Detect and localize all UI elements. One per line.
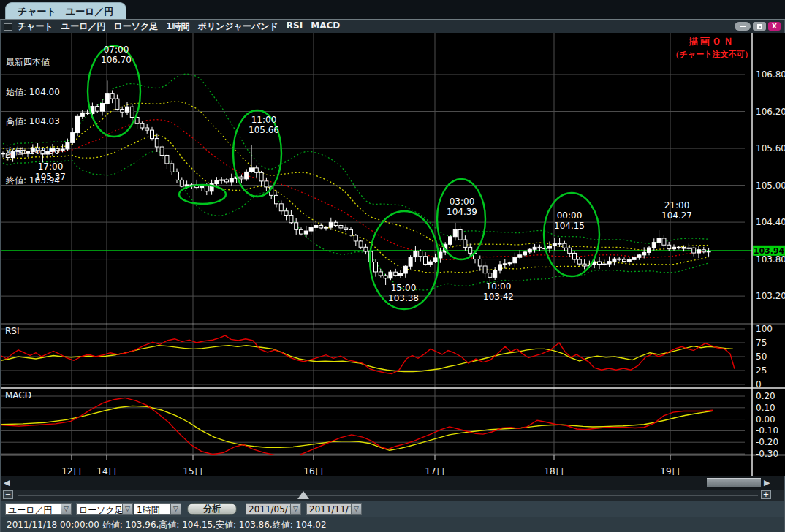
quote-high: 高値: 104.03	[6, 117, 60, 127]
chevron-down-icon[interactable]: ▽	[123, 503, 133, 515]
svg-text:103.38: 103.38	[388, 293, 419, 303]
svg-text:105.60: 105.60	[756, 143, 785, 153]
timeframe-dropdown[interactable]: 1時間 ▽	[134, 503, 181, 515]
pair-dropdown[interactable]: ユーロ／円 ▽	[5, 503, 72, 515]
svg-text:0.20: 0.20	[756, 391, 775, 401]
menu-item-1[interactable]: ユーロ／円	[61, 20, 106, 33]
minimize-icon	[740, 26, 746, 27]
svg-text:18日: 18日	[544, 466, 564, 476]
titlebar-menu: チャートユーロ／円ローソク足1時間ボリンジャーバンドRSIMACD	[18, 20, 340, 33]
svg-text:21:00: 21:00	[664, 200, 690, 210]
svg-text:106.80: 106.80	[756, 69, 785, 80]
svg-text:105.00: 105.00	[756, 180, 785, 191]
scroll-right-icon[interactable]: ▶	[764, 478, 770, 487]
minimize-button[interactable]	[735, 22, 751, 31]
date-from-dropdown[interactable]: 2011/05/19 ▽	[246, 503, 301, 515]
maximize-button[interactable]	[753, 22, 766, 31]
timeframe-value: 1時間	[134, 503, 171, 515]
svg-text:-0.10: -0.10	[756, 425, 778, 436]
svg-text:104.15: 104.15	[554, 221, 585, 231]
svg-text:14日: 14日	[96, 466, 116, 476]
chevron-down-icon[interactable]: ▽	[171, 503, 181, 515]
titlebar: チャートユーロ／円ローソク足1時間ボリンジャーバンドRSIMACD X	[1, 20, 784, 33]
draw-on-note: （チャート注文不可）	[656, 49, 767, 60]
chart-canvas[interactable]: 07:00106.7011:00105.6617:00105.3703:0010…	[1, 33, 785, 476]
svg-text:104.39: 104.39	[447, 207, 477, 217]
svg-text:106.70: 106.70	[101, 55, 132, 65]
svg-text:15:00: 15:00	[391, 283, 417, 293]
menu-item-3[interactable]: 1時間	[166, 20, 189, 33]
svg-text:10:00: 10:00	[486, 281, 512, 292]
svg-text:0: 0	[756, 379, 762, 390]
svg-text:104.27: 104.27	[661, 210, 692, 221]
zoom-slider-track[interactable]	[18, 495, 758, 496]
chevron-down-icon[interactable]: ▽	[291, 503, 301, 515]
svg-text:-0.30: -0.30	[756, 449, 778, 459]
window-tab-label: チャート ユーロ／円	[18, 6, 114, 17]
svg-text:103.94: 103.94	[754, 246, 785, 256]
draw-on-label: 描画ＯＮ	[656, 35, 767, 48]
svg-text:MACD: MACD	[5, 390, 31, 400]
menu-item-6[interactable]: MACD	[311, 20, 340, 33]
svg-text:106.20: 106.20	[756, 107, 785, 117]
app-icon	[4, 23, 12, 31]
quote-close: 終値: 103.94	[6, 176, 60, 186]
quote-low: 安値: 103.90	[6, 147, 60, 157]
svg-text:105.66: 105.66	[249, 125, 279, 135]
draw-mode-indicator: 描画ＯＮ （チャート注文不可）	[656, 35, 767, 60]
svg-text:15日: 15日	[183, 466, 202, 476]
svg-text:RSI: RSI	[5, 326, 20, 336]
date-to-value: 2011/11/19	[306, 503, 352, 515]
horizontal-scrollbar[interactable]: ◀ ▶	[1, 476, 784, 490]
scrollbar-thumb[interactable]	[707, 478, 761, 487]
zoom-out-button[interactable]: −	[3, 490, 13, 499]
quote-title: 最新四本値	[6, 58, 60, 68]
svg-text:104.40: 104.40	[756, 217, 785, 227]
pair-value: ユーロ／円	[5, 503, 61, 515]
svg-text:50: 50	[756, 352, 767, 362]
window-buttons: X	[735, 22, 781, 31]
svg-text:00:00: 00:00	[557, 210, 583, 221]
menu-item-4[interactable]: ボリンジャーバンド	[198, 20, 278, 33]
chevron-down-icon[interactable]: ▽	[352, 503, 362, 515]
svg-text:100: 100	[756, 324, 773, 334]
date-from-value: 2011/05/19	[246, 503, 291, 515]
zoom-slider-row: − +	[1, 490, 784, 501]
svg-text:19日: 19日	[660, 466, 680, 476]
chart-type-value: ローソク足	[76, 503, 123, 515]
close-button[interactable]: X	[768, 22, 781, 31]
scroll-left-icon[interactable]: ◀	[4, 478, 10, 487]
close-icon: X	[772, 22, 777, 31]
svg-text:16日: 16日	[303, 466, 323, 476]
svg-text:0.00: 0.00	[756, 414, 775, 425]
menu-item-2[interactable]: ローソク足	[113, 20, 158, 33]
chart-window: チャートユーロ／円ローソク足1時間ボリンジャーバンドRSIMACD X 07:0…	[0, 19, 785, 532]
menu-item-0[interactable]: チャート	[18, 20, 53, 33]
status-bar: 2011/11/18 00:00:00 始値: 103.96,高値: 104.1…	[1, 517, 784, 532]
svg-text:07:00: 07:00	[104, 45, 129, 55]
svg-text:103.42: 103.42	[483, 292, 514, 302]
svg-text:-0.20: -0.20	[756, 437, 778, 447]
control-bar: ユーロ／円 ▽ ローソク足 ▽ 1時間 ▽ 分析 2011/05/19 ▽ 20…	[1, 501, 784, 517]
window-tab[interactable]: チャート ユーロ／円	[5, 2, 126, 19]
menu-item-5[interactable]: RSI	[287, 20, 303, 33]
zoom-in-button[interactable]: +	[761, 490, 771, 499]
svg-text:75: 75	[756, 338, 767, 348]
status-text: 2011/11/18 00:00:00 始値: 103.96,高値: 104.1…	[7, 520, 327, 530]
zoom-slider-thumb[interactable]	[297, 491, 309, 499]
latest-quote-panel: 最新四本値 始値: 104.00 高値: 104.03 安値: 103.90 終…	[6, 38, 60, 206]
svg-text:25: 25	[756, 365, 767, 376]
svg-text:12日: 12日	[61, 466, 81, 476]
application-window: チャート ユーロ／円 チャートユーロ／円ローソク足1時間ボリンジャーバンドRSI…	[0, 0, 785, 532]
svg-text:17日: 17日	[425, 466, 444, 476]
svg-text:11:00: 11:00	[251, 115, 277, 125]
chart-type-dropdown[interactable]: ローソク足 ▽	[76, 503, 133, 515]
chevron-down-icon[interactable]: ▽	[61, 503, 72, 515]
svg-text:03:00: 03:00	[450, 197, 475, 207]
quote-open: 始値: 104.00	[6, 88, 60, 98]
svg-text:103.20: 103.20	[756, 291, 785, 301]
maximize-icon	[757, 24, 762, 29]
svg-text:0.10: 0.10	[756, 403, 775, 413]
date-to-dropdown[interactable]: 2011/11/19 ▽	[306, 503, 362, 515]
analyze-button[interactable]: 分析	[187, 503, 237, 515]
